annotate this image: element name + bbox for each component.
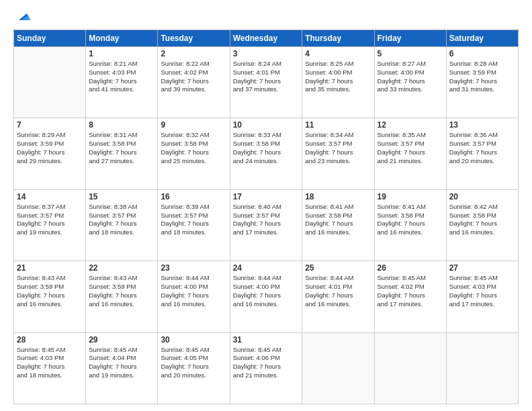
day-number: 14 [17,192,83,201]
weekday-header: Saturday [446,30,518,47]
day-info: Sunrise: 8:35 AM Sunset: 3:57 PM Dayligh… [378,131,443,165]
day-info: Sunrise: 8:34 AM Sunset: 3:57 PM Dayligh… [305,131,371,165]
weekday-header: Friday [374,30,446,47]
calendar-cell [446,332,518,404]
day-number: 10 [233,120,300,130]
day-info: Sunrise: 8:45 AM Sunset: 4:06 PM Dayligh… [233,346,300,380]
day-info: Sunrise: 8:43 AM Sunset: 3:59 PM Dayligh… [17,274,83,308]
calendar-cell: 24Sunrise: 8:44 AM Sunset: 4:00 PM Dayli… [230,261,302,332]
calendar-cell: 15Sunrise: 8:38 AM Sunset: 3:57 PM Dayli… [86,189,158,261]
day-number: 27 [449,263,515,273]
weekday-header: Wednesday [230,30,302,47]
weekday-header: Thursday [302,30,374,47]
day-number: 11 [305,120,371,130]
calendar-cell: 27Sunrise: 8:45 AM Sunset: 4:03 PM Dayli… [446,261,518,332]
day-info: Sunrise: 8:25 AM Sunset: 4:00 PM Dayligh… [305,60,371,94]
calendar-cell: 2Sunrise: 8:22 AM Sunset: 4:02 PM Daylig… [158,47,230,118]
calendar-cell: 31Sunrise: 8:45 AM Sunset: 4:06 PM Dayli… [230,332,302,404]
weekday-header: Monday [86,30,158,47]
calendar-week-row: 14Sunrise: 8:37 AM Sunset: 3:57 PM Dayli… [14,189,519,261]
day-number: 18 [305,192,371,201]
day-number: 2 [161,49,226,58]
day-info: Sunrise: 8:32 AM Sunset: 3:58 PM Dayligh… [161,131,226,165]
calendar-cell: 19Sunrise: 8:41 AM Sunset: 3:58 PM Dayli… [374,189,446,261]
day-number: 22 [89,263,154,273]
header [13,11,519,23]
calendar-week-row: 1Sunrise: 8:21 AM Sunset: 4:03 PM Daylig… [14,47,519,118]
logo-icon [15,11,31,23]
calendar-cell: 5Sunrise: 8:27 AM Sunset: 4:00 PM Daylig… [374,47,446,118]
day-number: 30 [161,335,226,345]
calendar-cell: 21Sunrise: 8:43 AM Sunset: 3:59 PM Dayli… [14,261,86,332]
calendar-cell: 23Sunrise: 8:44 AM Sunset: 4:00 PM Dayli… [158,261,230,332]
day-info: Sunrise: 8:44 AM Sunset: 4:00 PM Dayligh… [161,274,226,308]
calendar-cell: 30Sunrise: 8:45 AM Sunset: 4:05 PM Dayli… [158,332,230,404]
logo [13,11,31,23]
day-number: 6 [449,49,515,58]
day-number: 19 [378,192,443,201]
calendar-cell: 16Sunrise: 8:39 AM Sunset: 3:57 PM Dayli… [158,189,230,261]
day-info: Sunrise: 8:44 AM Sunset: 4:00 PM Dayligh… [233,274,300,308]
day-info: Sunrise: 8:31 AM Sunset: 3:58 PM Dayligh… [89,131,154,165]
day-number: 7 [17,120,83,130]
calendar-cell: 10Sunrise: 8:33 AM Sunset: 3:58 PM Dayli… [230,118,302,189]
calendar-cell: 26Sunrise: 8:45 AM Sunset: 4:02 PM Dayli… [374,261,446,332]
day-number: 31 [233,335,300,345]
calendar-week-row: 28Sunrise: 8:45 AM Sunset: 4:03 PM Dayli… [14,332,519,404]
day-info: Sunrise: 8:21 AM Sunset: 4:03 PM Dayligh… [89,60,154,94]
calendar-table: SundayMondayTuesdayWednesdayThursdayFrid… [13,30,519,404]
day-info: Sunrise: 8:41 AM Sunset: 3:58 PM Dayligh… [378,203,443,237]
calendar-cell: 11Sunrise: 8:34 AM Sunset: 3:57 PM Dayli… [302,118,374,189]
day-number: 17 [233,192,300,201]
calendar-week-row: 7Sunrise: 8:29 AM Sunset: 3:59 PM Daylig… [14,118,519,189]
day-number: 24 [233,263,300,273]
day-info: Sunrise: 8:39 AM Sunset: 3:57 PM Dayligh… [161,203,226,237]
day-number: 5 [378,49,443,58]
day-info: Sunrise: 8:37 AM Sunset: 3:57 PM Dayligh… [17,203,83,237]
day-info: Sunrise: 8:27 AM Sunset: 4:00 PM Dayligh… [378,60,443,94]
calendar-week-row: 21Sunrise: 8:43 AM Sunset: 3:59 PM Dayli… [14,261,519,332]
day-info: Sunrise: 8:42 AM Sunset: 3:58 PM Dayligh… [449,203,515,237]
day-number: 26 [378,263,443,273]
day-number: 13 [449,120,515,130]
day-number: 23 [161,263,226,273]
day-info: Sunrise: 8:45 AM Sunset: 4:05 PM Dayligh… [161,346,226,380]
weekday-header: Sunday [14,30,86,47]
calendar-cell: 20Sunrise: 8:42 AM Sunset: 3:58 PM Dayli… [446,189,518,261]
weekday-header: Tuesday [158,30,230,47]
calendar-cell: 25Sunrise: 8:44 AM Sunset: 4:01 PM Dayli… [302,261,374,332]
day-number: 28 [17,335,83,345]
day-info: Sunrise: 8:41 AM Sunset: 3:58 PM Dayligh… [305,203,371,237]
day-info: Sunrise: 8:36 AM Sunset: 3:57 PM Dayligh… [449,131,515,165]
calendar-cell: 29Sunrise: 8:45 AM Sunset: 4:04 PM Dayli… [86,332,158,404]
calendar-cell: 14Sunrise: 8:37 AM Sunset: 3:57 PM Dayli… [14,189,86,261]
day-info: Sunrise: 8:28 AM Sunset: 3:59 PM Dayligh… [449,60,515,94]
day-info: Sunrise: 8:45 AM Sunset: 4:03 PM Dayligh… [449,274,515,308]
day-info: Sunrise: 8:43 AM Sunset: 3:59 PM Dayligh… [89,274,154,308]
day-number: 1 [89,49,154,58]
day-info: Sunrise: 8:33 AM Sunset: 3:58 PM Dayligh… [233,131,300,165]
calendar-cell [302,332,374,404]
day-number: 8 [89,120,154,130]
day-number: 16 [161,192,226,201]
day-number: 9 [161,120,226,130]
day-info: Sunrise: 8:45 AM Sunset: 4:04 PM Dayligh… [89,346,154,380]
day-info: Sunrise: 8:22 AM Sunset: 4:02 PM Dayligh… [161,60,226,94]
day-info: Sunrise: 8:40 AM Sunset: 3:57 PM Dayligh… [233,203,300,237]
calendar-cell: 28Sunrise: 8:45 AM Sunset: 4:03 PM Dayli… [14,332,86,404]
calendar-cell [14,47,86,118]
day-info: Sunrise: 8:38 AM Sunset: 3:57 PM Dayligh… [89,203,154,237]
calendar-cell: 17Sunrise: 8:40 AM Sunset: 3:57 PM Dayli… [230,189,302,261]
page: SundayMondayTuesdayWednesdayThursdayFrid… [0,0,532,411]
calendar-cell: 7Sunrise: 8:29 AM Sunset: 3:59 PM Daylig… [14,118,86,189]
calendar-cell: 4Sunrise: 8:25 AM Sunset: 4:00 PM Daylig… [302,47,374,118]
day-number: 4 [305,49,371,58]
calendar-cell: 18Sunrise: 8:41 AM Sunset: 3:58 PM Dayli… [302,189,374,261]
day-number: 3 [233,49,300,58]
calendar-cell: 9Sunrise: 8:32 AM Sunset: 3:58 PM Daylig… [158,118,230,189]
day-number: 12 [378,120,443,130]
day-info: Sunrise: 8:29 AM Sunset: 3:59 PM Dayligh… [17,131,83,165]
day-number: 25 [305,263,371,273]
calendar-cell [374,332,446,404]
day-info: Sunrise: 8:44 AM Sunset: 4:01 PM Dayligh… [305,274,371,308]
